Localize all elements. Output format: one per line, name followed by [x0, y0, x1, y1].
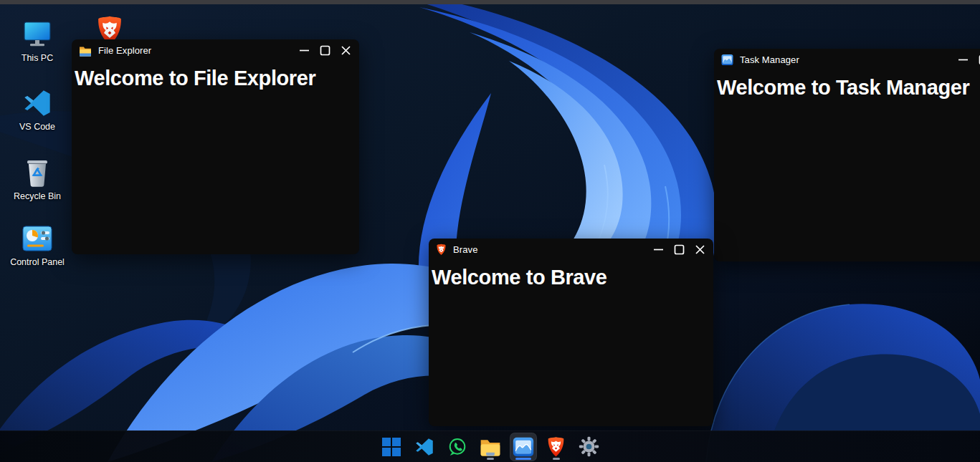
minimize-button[interactable] [298, 45, 310, 57]
taskbar-brave-button[interactable] [543, 433, 570, 461]
brave-icon [436, 244, 447, 256]
running-indicator [487, 458, 494, 460]
taskbar-settings-button[interactable] [576, 433, 603, 461]
taskbar-vscode-button[interactable] [411, 433, 438, 461]
desktop-icon-this-pc[interactable]: This PC [10, 19, 65, 64]
desktop-icon-control-panel[interactable]: Control Panel [10, 223, 65, 269]
gear-icon [579, 436, 599, 457]
task-manager-titlebar[interactable]: Task Manager [714, 49, 980, 71]
maximize-button[interactable] [673, 244, 685, 256]
windows-logo-icon [382, 438, 401, 456]
desktop-icon-label: VS Code [19, 121, 55, 133]
this-pc-icon [22, 19, 53, 50]
vscode-icon [22, 87, 53, 119]
brave-titlebar[interactable]: Brave [429, 239, 713, 261]
desktop-icon-label: Control Panel [10, 256, 65, 269]
desktop-icon-label: Recycle Bin [14, 191, 61, 203]
screen-top-strip [0, 0, 980, 4]
file-explorer-titlebar[interactable]: File Explorer [72, 39, 359, 62]
desktop-screen: This PC VS Code Recycle Bin [0, 0, 980, 462]
window-task-manager: Task Manager Welcome to Task Manager [714, 49, 980, 261]
window-file-explorer: File Explorer Welcome to File Explorer [72, 39, 359, 254]
desktop-icon-recycle-bin[interactable]: Recycle Bin [10, 157, 65, 203]
close-button[interactable] [694, 244, 705, 256]
folder-icon [79, 45, 92, 57]
window-title: Task Manager [740, 54, 799, 65]
desktop-icon-label: This PC [22, 52, 53, 64]
minimize-button[interactable] [957, 54, 969, 66]
task-manager-icon [513, 436, 534, 458]
desktop-icon-vs-code[interactable]: VS Code [10, 87, 65, 133]
task-manager-icon [721, 54, 733, 66]
taskbar-file-explorer-button[interactable] [477, 433, 504, 461]
folder-icon [480, 437, 501, 456]
running-indicator [553, 458, 560, 460]
taskbar-start-button[interactable] [378, 433, 405, 461]
taskbar-task-manager-button[interactable] [510, 433, 537, 461]
taskbar-whatsapp-button[interactable] [444, 433, 471, 461]
window-title: File Explorer [98, 45, 151, 56]
control-panel-icon [22, 223, 53, 254]
window-brave: Brave Welcome to Brave [429, 239, 713, 426]
brave-icon [546, 436, 566, 458]
maximize-button[interactable] [319, 45, 330, 57]
taskbar [0, 430, 980, 462]
window-title: Brave [453, 244, 477, 255]
recycle-bin-icon [22, 157, 53, 188]
vscode-icon [414, 437, 434, 457]
window-heading: Welcome to Brave [429, 266, 713, 289]
window-heading: Welcome to File Explorer [72, 67, 359, 90]
close-button[interactable] [340, 45, 351, 57]
active-indicator [515, 458, 531, 460]
window-heading: Welcome to Task Manager [714, 76, 980, 100]
whatsapp-icon [447, 436, 468, 458]
minimize-button[interactable] [652, 244, 664, 256]
